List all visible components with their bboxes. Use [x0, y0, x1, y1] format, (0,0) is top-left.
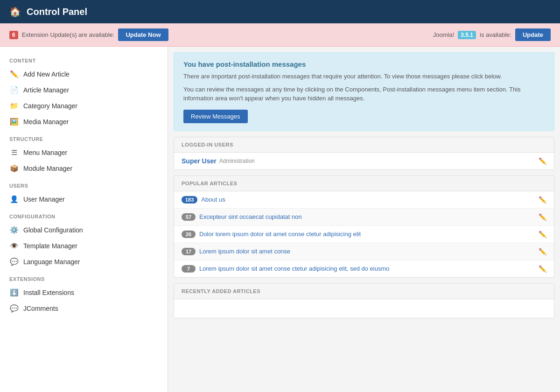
- recently-added-body: [174, 299, 554, 318]
- post-installation-box: You have post-installation messages Ther…: [174, 52, 554, 131]
- article-row-2: 26 Dolor lorem ipsum dolor sit amet cons…: [182, 231, 361, 238]
- menu-icon: ☰: [9, 148, 19, 157]
- logged-in-users-panel: LOGGED-IN USERS Super User Administratio…: [174, 137, 554, 170]
- logged-in-users-header: LOGGED-IN USERS: [174, 137, 554, 153]
- content-area: You have post-installation messages Ther…: [168, 47, 560, 392]
- edit-icon-0[interactable]: ✏️: [539, 196, 546, 203]
- article-count-badge-0: 183: [182, 196, 197, 203]
- article-count-badge-2: 26: [182, 231, 196, 238]
- table-row: 26 Dolor lorem ipsum dolor sit amet cons…: [174, 226, 554, 243]
- sidebar-item-user-manager[interactable]: 👤 User Manager: [0, 191, 168, 207]
- sidebar-item-article-manager[interactable]: 📄 Article Manager: [0, 82, 168, 98]
- article-row-4: 7 Lorem ipsum dolor sit amet conse ctetu…: [182, 265, 390, 273]
- article-row-1: 57 Excepteur sint occaecat cupidatat non: [182, 213, 302, 221]
- post-installation-text2: You can review the messages at any time …: [183, 85, 545, 103]
- sidebar-label-media-manager: Media Manager: [23, 118, 69, 126]
- article-title-2[interactable]: Dolor lorem ipsum dolor sit amet conse c…: [199, 231, 361, 238]
- sidebar-label-template-manager: Template Manager: [23, 242, 77, 250]
- sidebar-section-structure: STRUCTURE: [0, 130, 168, 145]
- table-row: 7 Lorem ipsum dolor sit amet conse ctetu…: [174, 260, 554, 277]
- article-row-3: 17 Lorem ipsum dolor sit amet conse: [182, 248, 290, 255]
- sidebar-label-user-manager: User Manager: [23, 196, 65, 203]
- sidebar-item-media-manager[interactable]: 🖼️ Media Manager: [0, 114, 168, 130]
- sidebar-item-category-manager[interactable]: 📁 Category Manager: [0, 98, 168, 114]
- image-icon: 🖼️: [9, 118, 19, 126]
- post-installation-text1: There are important post-installation me…: [183, 72, 545, 81]
- sidebar-label-menu-manager: Menu Manager: [23, 149, 67, 156]
- sidebar-label-language-manager: Language Manager: [23, 258, 80, 266]
- popular-articles-panel: POPULAR ARTICLES 183 About us ✏️ 57 Exce…: [174, 175, 554, 278]
- sidebar-section-extensions: EXTENSIONS: [0, 270, 168, 285]
- sidebar-item-jcomments[interactable]: 💬 JComments: [0, 301, 168, 316]
- article-title-3[interactable]: Lorem ipsum dolor sit amet conse: [199, 248, 290, 255]
- table-row: 57 Excepteur sint occaecat cupidatat non…: [174, 209, 554, 226]
- article-count-badge-1: 57: [182, 213, 196, 221]
- joomla-available-text: is available:: [480, 31, 511, 38]
- module-icon: 📦: [9, 164, 19, 173]
- edit-icon-4[interactable]: ✏️: [539, 265, 546, 273]
- header: 🏠 Control Panel: [0, 0, 560, 23]
- edit-icon-1[interactable]: ✏️: [539, 213, 546, 221]
- article-title-0[interactable]: About us: [201, 196, 225, 203]
- joomla-text: Joomla!: [433, 31, 455, 38]
- table-row: 183 About us ✏️: [174, 191, 554, 209]
- sidebar-label-category-manager: Category Manager: [23, 102, 77, 110]
- sidebar-item-global-configuration[interactable]: ⚙️ Global Configuration: [0, 222, 168, 238]
- download-icon: ⬇️: [9, 288, 19, 297]
- user-role: Administration: [219, 158, 255, 164]
- popular-articles-body: 183 About us ✏️ 57 Excepteur sint occaec…: [174, 191, 554, 277]
- edit-icon-2[interactable]: ✏️: [539, 231, 546, 238]
- sidebar-item-add-new-article[interactable]: ✏️ Add New Article: [0, 66, 168, 82]
- home-icon: 🏠: [9, 6, 21, 17]
- page-title: Control Panel: [27, 7, 87, 17]
- article-title-1[interactable]: Excepteur sint occaecat cupidatat non: [199, 213, 302, 220]
- folder-icon: 📁: [9, 102, 19, 110]
- comments-icon: 💬: [9, 304, 19, 313]
- alert-bar: 6 Extension Update(s) are available: Upd…: [0, 23, 560, 47]
- alert-right: Joomla! 3.5.1 is available: Update: [433, 28, 551, 41]
- alert-text: Extension Update(s) are available:: [22, 31, 115, 38]
- sidebar-item-template-manager[interactable]: 👁️ Template Manager: [0, 238, 168, 254]
- update-now-button[interactable]: Update Now: [118, 28, 168, 41]
- sidebar-label-article-manager: Article Manager: [23, 86, 69, 94]
- main-layout: CONTENT ✏️ Add New Article 📄 Article Man…: [0, 47, 560, 392]
- extension-count-badge: 6: [9, 31, 18, 39]
- sidebar-label-module-manager: Module Manager: [23, 165, 72, 172]
- article-count-badge-4: 7: [182, 265, 196, 273]
- joomla-update-button[interactable]: Update: [515, 28, 551, 41]
- recently-added-header: RECENTLY ADDED ARTICLES: [174, 284, 554, 299]
- user-name[interactable]: Super User: [182, 157, 217, 165]
- article-icon: 📄: [9, 86, 19, 94]
- article-row-0: 183 About us: [182, 196, 225, 203]
- sidebar-section-configuration: CONFIGURATION: [0, 207, 168, 222]
- table-row: 17 Lorem ipsum dolor sit amet conse ✏️: [174, 243, 554, 260]
- table-row: Super User Administration ✏️: [174, 153, 554, 169]
- sidebar-label-jcomments: JComments: [23, 305, 58, 312]
- sidebar: CONTENT ✏️ Add New Article 📄 Article Man…: [0, 47, 168, 392]
- recently-added-panel: RECENTLY ADDED ARTICLES: [174, 283, 554, 318]
- edit-icon-3[interactable]: ✏️: [539, 248, 546, 255]
- joomla-version-badge: 3.5.1: [458, 31, 476, 39]
- sidebar-label-add-new-article: Add New Article: [23, 70, 70, 78]
- user-info: Super User Administration: [182, 157, 255, 165]
- popular-articles-header: POPULAR ARTICLES: [174, 176, 554, 191]
- article-count-badge-3: 17: [182, 248, 196, 255]
- language-icon: 💬: [9, 258, 19, 266]
- article-title-4[interactable]: Lorem ipsum dolor sit amet conse ctetur …: [199, 265, 390, 272]
- sidebar-section-users: USERS: [0, 176, 168, 191]
- sidebar-section-content: CONTENT: [0, 51, 168, 66]
- post-installation-title: You have post-installation messages: [183, 60, 545, 68]
- eye-icon: 👁️: [9, 242, 19, 250]
- sidebar-item-language-manager[interactable]: 💬 Language Manager: [0, 254, 168, 270]
- review-messages-button[interactable]: Review Messages: [183, 110, 248, 123]
- sidebar-item-menu-manager[interactable]: ☰ Menu Manager: [0, 145, 168, 161]
- user-icon: 👤: [9, 195, 19, 203]
- sidebar-label-install-extensions: Install Extensions: [23, 289, 74, 296]
- sidebar-label-global-configuration: Global Configuration: [23, 226, 83, 234]
- sidebar-item-install-extensions[interactable]: ⬇️ Install Extensions: [0, 285, 168, 301]
- edit-icon[interactable]: ✏️: [539, 157, 546, 165]
- pencil-icon: ✏️: [9, 70, 19, 78]
- gear-icon: ⚙️: [9, 226, 19, 234]
- logged-in-users-body: Super User Administration ✏️: [174, 153, 554, 169]
- sidebar-item-module-manager[interactable]: 📦 Module Manager: [0, 161, 168, 176]
